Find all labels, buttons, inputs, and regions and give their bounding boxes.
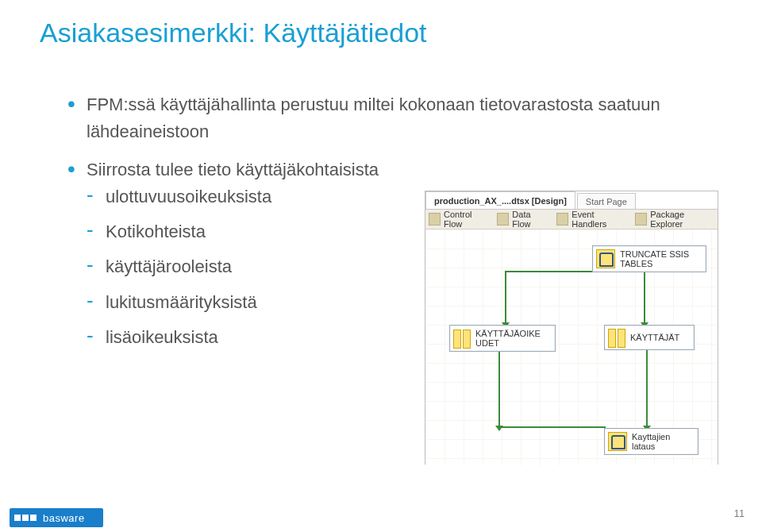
node-kayttajaoikeudet: KÄYTTÄJÄOIKE UDET bbox=[449, 325, 556, 352]
flow-arrow bbox=[644, 271, 645, 323]
tool-control-flow: Control Flow bbox=[429, 210, 489, 229]
designer-toolbar: Control Flow Data Flow Event Handlers Pa… bbox=[425, 210, 718, 229]
designer-tabbar: production_AX_....dtsx [Design] Start Pa… bbox=[425, 191, 718, 210]
basware-logo: basware bbox=[10, 508, 103, 527]
ssis-designer-screenshot: production_AX_....dtsx [Design] Start Pa… bbox=[425, 191, 718, 465]
flow-arrow bbox=[498, 350, 500, 426]
flow-arrow bbox=[505, 271, 506, 323]
flow-connector bbox=[498, 426, 606, 428]
tool-package-explorer-label: Package Explorer bbox=[650, 210, 714, 229]
logo-squares-icon bbox=[14, 515, 38, 521]
slide-title: Asiakasesimerkki: Käyttäjätiedot bbox=[40, 17, 427, 48]
node-truncate-ssis-tables: TRUNCATE SSIS TABLES bbox=[592, 245, 706, 272]
node-truncate-label: TRUNCATE SSIS TABLES bbox=[620, 249, 689, 268]
bullet-2-text: Siirrosta tulee tieto käyttäjäkohtaisist… bbox=[87, 160, 379, 179]
data-flow-icon bbox=[497, 213, 509, 226]
flow-arrow bbox=[646, 350, 648, 426]
node-lataus-label: Kayttajien lataus bbox=[632, 432, 670, 451]
tab-start-page: Start Page bbox=[577, 193, 636, 209]
dataflow-task-icon bbox=[608, 329, 625, 346]
sql-task-icon bbox=[596, 249, 615, 268]
bullet-1-text: FPM:ssä käyttäjähallinta perustuu miltei… bbox=[87, 94, 660, 141]
tool-data-flow-label: Data Flow bbox=[512, 210, 548, 229]
page-number: 11 bbox=[734, 508, 745, 519]
logo-text: basware bbox=[43, 512, 85, 524]
node-kayttajien-lataus: Kayttajien lataus bbox=[604, 428, 698, 455]
tool-package-explorer: Package Explorer bbox=[635, 210, 714, 229]
tool-event-handlers: Event Handlers bbox=[556, 210, 627, 229]
tool-data-flow: Data Flow bbox=[497, 210, 548, 229]
tool-event-handlers-label: Event Handlers bbox=[572, 210, 627, 229]
footer: basware 11 bbox=[0, 505, 762, 532]
dataflow-task-icon bbox=[453, 330, 471, 347]
node-kayttajat-label: KÄYTTÄJÄT bbox=[630, 333, 679, 342]
sql-task-icon bbox=[608, 432, 627, 451]
bullet-1: FPM:ssä käyttäjähallinta perustuu miltei… bbox=[67, 91, 762, 145]
package-explorer-icon bbox=[635, 213, 647, 226]
tab-design-file: production_AX_....dtsx [Design] bbox=[425, 191, 575, 209]
node-kayttajat: KÄYTTÄJÄT bbox=[604, 325, 695, 350]
designer-canvas: TRUNCATE SSIS TABLES KÄYTTÄJÄOIKE UDET K… bbox=[425, 229, 718, 465]
node-oikeudet-label: KÄYTTÄJÄOIKE UDET bbox=[475, 329, 541, 348]
tool-control-flow-label: Control Flow bbox=[444, 210, 489, 229]
control-flow-icon bbox=[429, 213, 441, 226]
event-handlers-icon bbox=[556, 213, 568, 226]
